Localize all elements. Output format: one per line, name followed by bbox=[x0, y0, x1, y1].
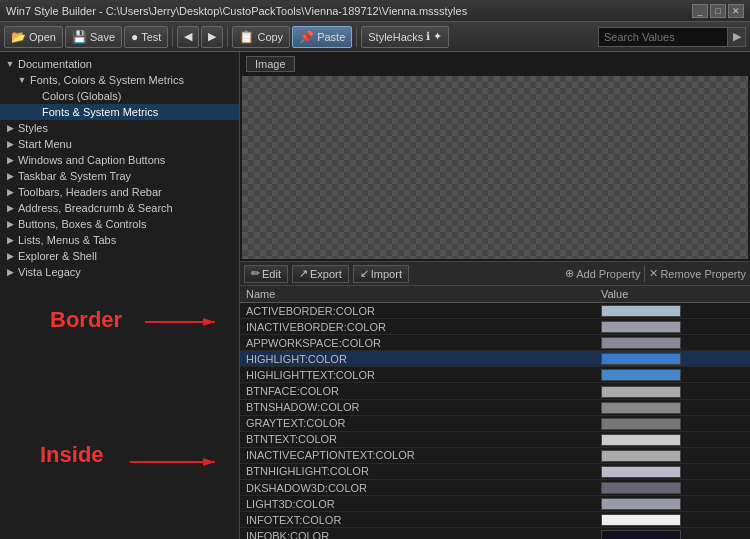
tree-item[interactable]: ▶Address, Breadcrumb & Search bbox=[0, 200, 239, 216]
table-row[interactable]: DKSHADOW3D:COLOR bbox=[240, 480, 750, 496]
tree-item[interactable]: ▶Lists, Menus & Tabs bbox=[0, 232, 239, 248]
paste-button[interactable]: 📌 Paste bbox=[292, 26, 352, 48]
title-text: Win7 Style Builder - C:\Users\Jerry\Desk… bbox=[6, 5, 467, 17]
prop-value bbox=[595, 480, 750, 496]
color-swatch bbox=[601, 418, 681, 430]
tree-arrow-icon: ▶ bbox=[4, 154, 16, 166]
tree-arrow-icon: ▶ bbox=[4, 202, 16, 214]
search-button[interactable]: ▶ bbox=[728, 27, 746, 47]
prop-value bbox=[595, 463, 750, 479]
import-icon: ↙ bbox=[360, 267, 369, 280]
table-row[interactable]: BTNHIGHLIGHT:COLOR bbox=[240, 463, 750, 479]
tree-item[interactable]: ▶Toolbars, Headers and Rebar bbox=[0, 184, 239, 200]
inside-arrow bbox=[130, 452, 230, 482]
tree-arrow-icon: ▼ bbox=[4, 58, 16, 70]
table-row[interactable]: APPWORKSPACE:COLOR bbox=[240, 335, 750, 351]
tree-item[interactable]: ▼Documentation bbox=[0, 56, 239, 72]
table-row[interactable]: HIGHLIGHTTEXT:COLOR bbox=[240, 367, 750, 383]
table-row[interactable]: BTNFACE:COLOR bbox=[240, 383, 750, 399]
name-column-header: Name bbox=[240, 286, 595, 303]
prop-value bbox=[595, 431, 750, 447]
save-button[interactable]: 💾 Save bbox=[65, 26, 122, 48]
table-row[interactable]: INACTIVECAPTIONTEXT:COLOR bbox=[240, 447, 750, 463]
export-button[interactable]: ↗ Export bbox=[292, 265, 349, 283]
tree-item[interactable]: ▶Explorer & Shell bbox=[0, 248, 239, 264]
tree-item-label: Address, Breadcrumb & Search bbox=[18, 202, 173, 214]
remove-icon: ✕ bbox=[649, 267, 658, 280]
table-row[interactable]: HIGHLIGHT:COLOR bbox=[240, 351, 750, 367]
tree-item[interactable]: ▶Start Menu bbox=[0, 136, 239, 152]
tree-arrow-icon: ▶ bbox=[4, 234, 16, 246]
import-button[interactable]: ↙ Import bbox=[353, 265, 409, 283]
prop-name: BTNTEXT:COLOR bbox=[240, 431, 595, 447]
tree-arrow-icon: ▶ bbox=[4, 170, 16, 182]
table-row[interactable]: ACTIVEBORDER:COLOR bbox=[240, 303, 750, 319]
remove-property-button[interactable]: ✕ Remove Property bbox=[649, 267, 746, 280]
tree-item[interactable]: ▶Taskbar & System Tray bbox=[0, 168, 239, 184]
tree-item[interactable]: ▼Fonts, Colors & System Metrics bbox=[0, 72, 239, 88]
add-property-button[interactable]: ⊕ Add Property bbox=[565, 267, 640, 280]
color-swatch bbox=[601, 305, 681, 317]
prop-name: INFOTEXT:COLOR bbox=[240, 512, 595, 528]
tree-arrow-icon: ▶ bbox=[4, 266, 16, 278]
props-tbody: ACTIVEBORDER:COLORINACTIVEBORDER:COLORAP… bbox=[240, 303, 750, 540]
tree-arrow-icon bbox=[28, 106, 40, 118]
back-button[interactable]: ◀ bbox=[177, 26, 199, 48]
table-row[interactable]: BTNSHADOW:COLOR bbox=[240, 399, 750, 415]
props-table: Name Value ACTIVEBORDER:COLORINACTIVEBOR… bbox=[240, 286, 750, 539]
tree-arrow-icon: ▶ bbox=[4, 122, 16, 134]
tree-item[interactable]: Fonts & System Metrics bbox=[0, 104, 239, 120]
table-row[interactable]: BTNTEXT:COLOR bbox=[240, 431, 750, 447]
prop-value bbox=[595, 415, 750, 431]
stylehacks-button[interactable]: StyleHacks ℹ ✦ bbox=[361, 26, 449, 48]
prop-value bbox=[595, 367, 750, 383]
color-swatch bbox=[601, 369, 681, 381]
search-input[interactable] bbox=[598, 27, 728, 47]
prop-name: INACTIVEBORDER:COLOR bbox=[240, 319, 595, 335]
table-row[interactable]: LIGHT3D:COLOR bbox=[240, 496, 750, 512]
color-swatch bbox=[601, 514, 681, 526]
copy-button[interactable]: 📋 Copy bbox=[232, 26, 290, 48]
prop-value bbox=[595, 528, 750, 539]
prop-name: BTNSHADOW:COLOR bbox=[240, 399, 595, 415]
stylehacks-extra-icon: ✦ bbox=[433, 30, 442, 43]
paste-icon: 📌 bbox=[299, 30, 314, 44]
color-swatch bbox=[601, 530, 681, 539]
color-swatch bbox=[601, 450, 681, 462]
edit-button[interactable]: ✏ Edit bbox=[244, 265, 288, 283]
color-swatch bbox=[601, 466, 681, 478]
maximize-button[interactable]: □ bbox=[710, 4, 726, 18]
forward-button[interactable]: ▶ bbox=[201, 26, 223, 48]
tree-arrow-icon bbox=[28, 90, 40, 102]
inside-annotation: Inside bbox=[40, 442, 104, 468]
tree-arrow-icon: ▶ bbox=[4, 186, 16, 198]
sep1 bbox=[172, 27, 173, 47]
table-row[interactable]: INACTIVEBORDER:COLOR bbox=[240, 319, 750, 335]
test-button[interactable]: ● Test bbox=[124, 26, 168, 48]
color-swatch bbox=[601, 353, 681, 365]
close-button[interactable]: ✕ bbox=[728, 4, 744, 18]
tree-item[interactable]: Colors (Globals) bbox=[0, 88, 239, 104]
value-column-header: Value bbox=[595, 286, 750, 303]
table-row[interactable]: INFOTEXT:COLOR bbox=[240, 512, 750, 528]
prop-name: ACTIVEBORDER:COLOR bbox=[240, 303, 595, 319]
minimize-button[interactable]: _ bbox=[692, 4, 708, 18]
tree-arrow-icon: ▶ bbox=[4, 250, 16, 262]
tree-item[interactable]: ▶Windows and Caption Buttons bbox=[0, 152, 239, 168]
copy-icon: 📋 bbox=[239, 30, 254, 44]
open-button[interactable]: 📂 Open bbox=[4, 26, 63, 48]
tree-item[interactable]: ▶Buttons, Boxes & Controls bbox=[0, 216, 239, 232]
table-row[interactable]: GRAYTEXT:COLOR bbox=[240, 415, 750, 431]
tree-item[interactable]: ▶Vista Legacy bbox=[0, 264, 239, 280]
table-row[interactable]: INFOBK:COLOR bbox=[240, 528, 750, 539]
props-table-container[interactable]: Name Value ACTIVEBORDER:COLORINACTIVEBOR… bbox=[240, 286, 750, 539]
tree-item-label: Colors (Globals) bbox=[42, 90, 121, 102]
props-sep bbox=[644, 266, 645, 282]
right-panel: Image ✏ Edit ↗ Export ↙ Import ⊕ Add Pro… bbox=[240, 52, 750, 539]
tree-item-label: Fonts & System Metrics bbox=[42, 106, 158, 118]
tree-panel: ▼Documentation▼Fonts, Colors & System Me… bbox=[0, 52, 240, 539]
prop-name: DKSHADOW3D:COLOR bbox=[240, 480, 595, 496]
window-controls: _ □ ✕ bbox=[692, 4, 744, 18]
stylehacks-icon: ℹ bbox=[426, 30, 430, 43]
tree-item[interactable]: ▶Styles bbox=[0, 120, 239, 136]
